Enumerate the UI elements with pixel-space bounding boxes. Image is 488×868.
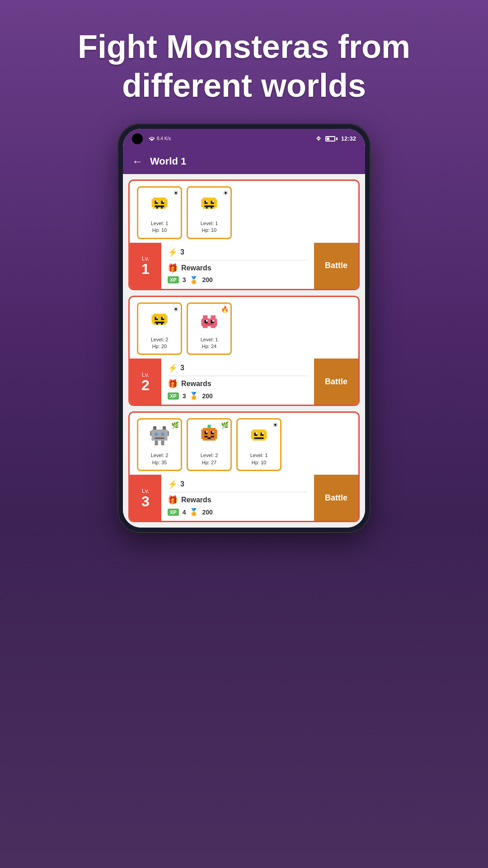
xp-badge-3: XP — [168, 509, 179, 516]
svg-rect-52 — [202, 429, 203, 439]
battle-button-2[interactable]: Battle — [314, 359, 358, 405]
svg-rect-37 — [206, 320, 208, 322]
battle-card-1: ☀ — [128, 179, 360, 290]
sun-icon-2: ☀ — [223, 189, 229, 197]
monster-label-3-1: Level: 2 Hp: 35 — [142, 452, 177, 466]
xp-badge-1: XP — [168, 276, 179, 283]
sun-icon-3: ☀ — [173, 306, 179, 313]
reward-items-3: XP 4 🏅 200 — [168, 508, 308, 516]
svg-rect-48 — [155, 441, 158, 446]
svg-rect-53 — [216, 429, 217, 439]
battle-bottom-1: Lv. 1 ⚡ 3 🎁 Rewards XP — [130, 243, 358, 289]
battery-icon — [325, 136, 338, 142]
status-icons: 8.4 K/s — [148, 136, 171, 142]
svg-rect-46 — [161, 433, 164, 436]
monster-card-2-2: 🔥 — [187, 302, 232, 355]
signal-text: 8.4 K/s — [157, 136, 171, 141]
gift-icon-3: 🎁 — [168, 495, 178, 505]
coin-icon-2: 🏅 — [189, 392, 198, 400]
svg-rect-11 — [202, 199, 203, 207]
energy-count-2: 3 — [180, 364, 184, 372]
svg-rect-39 — [206, 323, 212, 325]
coin-value-3: 200 — [202, 509, 212, 516]
energy-row-2: ⚡ 3 — [168, 363, 308, 376]
lightning-icon-3: ⚡ — [168, 479, 178, 489]
svg-rect-57 — [212, 431, 214, 433]
svg-rect-34 — [211, 326, 216, 328]
camera-hole — [132, 133, 143, 144]
monsters-row-3: 🌿 — [130, 413, 358, 475]
monster-card-1-1: ☀ — [137, 186, 182, 239]
svg-rect-8 — [156, 207, 158, 209]
svg-rect-17 — [205, 205, 214, 207]
svg-rect-68 — [254, 438, 264, 439]
status-right: 12:32 — [315, 135, 356, 142]
svg-rect-59 — [211, 436, 214, 438]
monster-card-1-2: ☀ — [187, 186, 232, 239]
xp-value-3: 4 — [183, 509, 186, 516]
monster-card-3-1: 🌿 — [137, 418, 182, 471]
wifi-icon — [148, 136, 155, 142]
lv-badge-2: Lv. 2 — [130, 359, 161, 405]
battle-button-3[interactable]: Battle — [314, 475, 358, 521]
monster-sprite-5 — [147, 423, 172, 448]
svg-rect-9 — [161, 207, 163, 209]
battle-bottom-2: Lv. 2 ⚡ 3 🎁 Rewards XP — [130, 359, 358, 405]
sun-icon-4: ☀ — [272, 421, 278, 429]
svg-rect-15 — [206, 201, 208, 203]
monster-sprite-2 — [197, 191, 222, 217]
nav-title: World 1 — [150, 156, 186, 167]
xp-value-2: 3 — [183, 392, 186, 400]
svg-rect-44 — [168, 431, 169, 436]
svg-rect-12 — [216, 199, 217, 207]
monster-card-2-1: ☀ — [137, 302, 182, 355]
energy-row-1: ⚡ 3 — [168, 247, 308, 260]
lightning-icon-1: ⚡ — [168, 247, 178, 257]
svg-rect-62 — [251, 431, 253, 439]
monster-sprite-6 — [197, 423, 222, 448]
lv-badge-1: Lv. 1 — [130, 243, 161, 289]
svg-rect-21 — [152, 315, 154, 323]
svg-rect-28 — [156, 323, 158, 325]
monster-label-2-2: Level: 1 Hp: 24 — [192, 336, 227, 350]
monsters-row-2: ☀ — [130, 297, 358, 359]
svg-rect-5 — [156, 201, 158, 203]
svg-rect-50 — [208, 425, 211, 428]
svg-rect-26 — [163, 317, 164, 319]
svg-rect-1 — [152, 199, 154, 207]
coin-value-2: 200 — [202, 392, 212, 400]
energy-count-3: 3 — [180, 480, 184, 488]
svg-rect-58 — [205, 436, 208, 438]
battle-info-2: ⚡ 3 🎁 Rewards XP 3 🏅 — [161, 359, 314, 405]
lightning-icon-2: ⚡ — [168, 363, 178, 373]
monster-label-3-2: Level: 2 Hp: 27 — [192, 452, 227, 466]
page-header: Fight Monsteras from different worlds — [0, 0, 488, 123]
battle-button-1[interactable]: Battle — [314, 243, 358, 289]
svg-rect-27 — [155, 321, 164, 323]
fire-icon: 🔥 — [221, 306, 229, 313]
monster-label-2-1: Level: 2 Hp: 20 — [142, 336, 177, 350]
leaf-icon-1: 🌿 — [171, 421, 179, 429]
battle-bottom-3: Lv. 3 ⚡ 3 🎁 Rewards XP — [130, 475, 358, 521]
coin-icon-3: 🏅 — [189, 508, 198, 516]
svg-rect-22 — [166, 315, 168, 323]
monsters-row-1: ☀ — [130, 181, 358, 243]
gift-icon-1: 🎁 — [168, 263, 178, 273]
monster-sprite-4 — [197, 307, 222, 333]
status-bar: 8.4 K/s 12:32 — [123, 129, 365, 149]
battle-card-3: 🌿 — [128, 411, 360, 522]
nav-bar: ← World 1 — [123, 149, 365, 174]
battle-info-1: ⚡ 3 🎁 Rewards XP 3 🏅 — [161, 243, 314, 289]
back-button[interactable]: ← — [132, 155, 143, 168]
svg-rect-40 — [153, 426, 156, 429]
svg-rect-29 — [161, 323, 163, 325]
rewards-title-2: 🎁 Rewards — [168, 379, 308, 389]
monster-label-1-1: Level: 1 Hp: 10 — [142, 220, 177, 234]
coin-icon-1: 🏅 — [189, 276, 198, 284]
svg-rect-18 — [206, 207, 208, 209]
status-left: 8.4 K/s — [132, 133, 171, 144]
monster-card-3-2: 🌿 — [187, 418, 232, 471]
bluetooth-icon — [315, 136, 322, 142]
battle-card-2: ☀ — [128, 296, 360, 406]
monster-card-3-3: ☀ Level: 1 Hp — [236, 418, 282, 471]
